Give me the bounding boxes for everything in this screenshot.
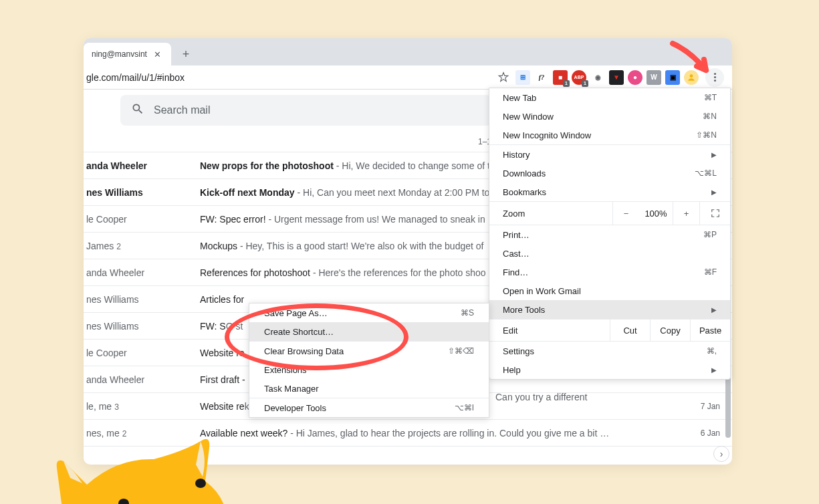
- svg-point-2: [195, 479, 206, 488]
- menu-print[interactable]: Print…⌘P: [489, 225, 730, 244]
- chevron-right-icon: ▶: [711, 366, 717, 374]
- paste-button[interactable]: Paste: [690, 320, 730, 341]
- address-bar: gle.com/mail/u/1/#inbox ⊞ f? ■1 ABP1 ◉ ▼…: [84, 66, 732, 90]
- email-sender: le, me3: [86, 401, 200, 412]
- thread-count: 3: [114, 402, 119, 412]
- search-placeholder: Search mail: [154, 104, 210, 116]
- menu-history[interactable]: History▶: [489, 145, 730, 164]
- chrome-main-menu: New Tab⌘T New Window⌘N New Incognito Win…: [489, 88, 731, 380]
- submenu-extensions[interactable]: Extensions: [249, 360, 489, 379]
- search-icon: [131, 102, 144, 118]
- copy-button[interactable]: Copy: [650, 320, 690, 341]
- extension-icon[interactable]: ▣: [665, 70, 680, 85]
- submenu-create-shortcut[interactable]: Create Shortcut…: [249, 322, 489, 341]
- chrome-menu-button[interactable]: [705, 68, 724, 87]
- scroll-right-button[interactable]: ›: [713, 446, 729, 462]
- zoom-percent: 100%: [639, 209, 673, 219]
- tab-bar: ning@manvsint ✕ +: [84, 38, 732, 66]
- close-icon[interactable]: ✕: [152, 49, 163, 59]
- translate-icon[interactable]: ⊞: [515, 70, 530, 85]
- chevron-right-icon: ▶: [711, 188, 717, 196]
- menu-find[interactable]: Find…⌘F: [489, 263, 730, 281]
- kebab-icon: [714, 73, 716, 82]
- svg-point-1: [118, 499, 129, 504]
- email-sender: anda Wheeler: [86, 160, 200, 171]
- tab-title: ning@manvsint: [92, 49, 147, 59]
- menu-new-window[interactable]: New Window⌘N: [489, 107, 730, 126]
- menu-open-work-gmail[interactable]: Open in Work Gmail: [489, 281, 730, 300]
- email-sender: le Cooper: [86, 214, 200, 225]
- svg-point-0: [690, 74, 693, 78]
- submenu-clear-browsing-data[interactable]: Clear Browsing Data⇧⌘⌫: [249, 342, 489, 360]
- menu-help[interactable]: Help▶: [489, 360, 730, 379]
- email-sender: nes Williams: [86, 321, 200, 332]
- menu-downloads[interactable]: Downloads⌥⌘L: [489, 164, 730, 182]
- submenu-developer-tools[interactable]: Developer Tools⌥⌘I: [249, 398, 489, 417]
- bookmark-star-icon[interactable]: [497, 71, 510, 84]
- thread-count: 2: [116, 242, 121, 251]
- menu-more-tools[interactable]: More Tools▶: [489, 300, 730, 319]
- zoom-label: Zoom: [489, 209, 612, 219]
- search-input[interactable]: Search mail: [120, 95, 491, 126]
- email-sender: nes Williams: [86, 294, 200, 305]
- menu-cast[interactable]: Cast…: [489, 244, 730, 263]
- adblock-icon[interactable]: ABP1: [572, 70, 586, 85]
- menu-zoom-row: Zoom − 100% +: [489, 201, 730, 225]
- zoom-in-button[interactable]: +: [673, 202, 699, 225]
- extension-icon[interactable]: ●: [628, 70, 642, 85]
- menu-settings[interactable]: Settings⌘,: [489, 342, 730, 360]
- url-field[interactable]: gle.com/mail/u/1/#inbox: [84, 72, 497, 83]
- extension-icon[interactable]: ◉: [590, 70, 605, 85]
- email-sender: nes, me2: [86, 428, 200, 438]
- chevron-right-icon: ▶: [711, 306, 717, 313]
- thread-count: 2: [122, 429, 127, 438]
- email-sender: le Cooper: [86, 348, 200, 358]
- menu-new-incognito[interactable]: New Incognito Window⇧⌘N: [489, 126, 730, 144]
- email-row[interactable]: nes, me2Available next week? - Hi James,…: [84, 420, 732, 447]
- extension-icon[interactable]: W: [647, 70, 661, 85]
- extension-icon[interactable]: ▼: [609, 70, 624, 85]
- more-tools-submenu: Save Page As…⌘S Create Shortcut… Clear B…: [249, 303, 489, 418]
- menu-new-tab[interactable]: New Tab⌘T: [489, 88, 730, 107]
- email-sender: anda Wheeler: [86, 267, 200, 278]
- cut-button[interactable]: Cut: [610, 320, 650, 341]
- extension-icons: ⊞ f? ■1 ABP1 ◉ ▼ ● W ▣: [515, 68, 728, 87]
- email-preview-fragment: Can you try a different: [495, 392, 587, 402]
- extension-icon[interactable]: ■1: [553, 70, 568, 85]
- new-tab-button[interactable]: +: [177, 45, 195, 64]
- email-subject-preview: Available next week? - Hi James, glad to…: [200, 428, 685, 438]
- zoom-out-button[interactable]: −: [612, 202, 639, 225]
- menu-edit-row: Edit Cut Copy Paste: [489, 319, 730, 342]
- browser-tab[interactable]: ning@manvsint ✕: [84, 43, 171, 66]
- submenu-task-manager[interactable]: Task Manager: [249, 379, 489, 398]
- email-sender: nes Williams: [86, 187, 200, 198]
- menu-bookmarks[interactable]: Bookmarks▶: [489, 182, 730, 201]
- extension-icon[interactable]: f?: [534, 70, 549, 85]
- email-sender: James2: [86, 241, 200, 251]
- edit-label: Edit: [489, 326, 610, 336]
- fullscreen-button[interactable]: [699, 202, 730, 225]
- submenu-save-page[interactable]: Save Page As…⌘S: [249, 303, 489, 322]
- profile-avatar[interactable]: [684, 70, 699, 85]
- email-sender: anda Wheeler: [86, 374, 200, 385]
- chevron-right-icon: ▶: [711, 151, 717, 158]
